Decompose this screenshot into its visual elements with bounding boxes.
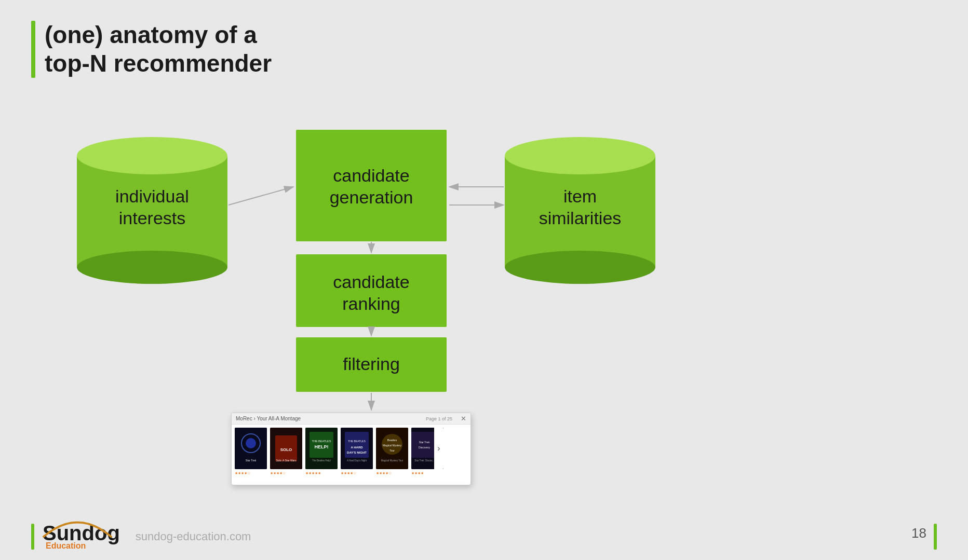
slide: (one) anatomy of a top-N recommender ind… [0, 0, 968, 560]
svg-text:generation: generation [330, 187, 413, 207]
svg-point-28 [246, 438, 256, 448]
svg-text:A Hard Day's Night: A Hard Day's Night [347, 459, 367, 462]
svg-text:A HARD: A HARD [351, 446, 363, 449]
svg-text:SOLO: SOLO [280, 447, 292, 452]
svg-point-7 [505, 137, 655, 174]
movie-thumb: THE BEATLES HELP! The Beatles Help! [305, 428, 338, 469]
svg-line-20 [228, 187, 293, 205]
screenshot-popup: MoRec › Your All-A Montage Page 1 of 25 … [231, 413, 471, 485]
svg-text:Discovery: Discovery [419, 446, 430, 449]
popup-titlebar: MoRec › Your All-A Montage Page 1 of 25 … [232, 413, 470, 425]
movie-thumb: THE BEATLES A HARD DAY'S NIGHT A Hard Da… [341, 428, 373, 469]
logo-sub: Education [46, 541, 86, 551]
svg-text:Beatles: Beatles [387, 439, 397, 442]
svg-text:The Beatles Help!: The Beatles Help! [312, 459, 331, 462]
svg-text:HELP!: HELP! [315, 444, 329, 449]
movie-thumb: Star Trek Discovery Star Trek: Discov...… [411, 428, 443, 469]
svg-text:filtering: filtering [343, 354, 400, 374]
logo-area: Sundog Education [43, 523, 120, 551]
ratings-row: ★★★★☆ ★★★★☆ ★★★★★ ★★★★☆ ★★★★☆ ★★★★ [232, 471, 470, 475]
logo-arc [38, 513, 116, 539]
svg-text:Star Trek: Star Trek [419, 441, 430, 444]
svg-text:Magical Mystery: Magical Mystery [383, 444, 402, 447]
footer: Sundog Education sundog-education.com 18 [0, 513, 968, 560]
movie-thumb: Beatles Magical Mystery Tour Magical Mys… [376, 428, 408, 469]
svg-point-2 [77, 137, 227, 174]
svg-text:Tour: Tour [389, 449, 395, 452]
svg-text:ranking: ranking [342, 294, 400, 313]
popup-movies: Star Trek SOLO Solo: A Star Wars THE BEA… [232, 425, 470, 472]
svg-rect-10 [296, 130, 447, 241]
svg-text:similarities: similarities [539, 208, 622, 228]
svg-text:Star Trek: Discov...: Star Trek: Discov... [414, 459, 434, 462]
svg-text:item: item [563, 186, 597, 206]
footer-right-accent [934, 524, 937, 550]
svg-text:candidate: candidate [333, 166, 409, 185]
svg-text:Magical Mystery Tour: Magical Mystery Tour [381, 459, 404, 462]
movie-thumb: SOLO Solo: A Star Wars [270, 428, 302, 469]
footer-left-accent [31, 524, 34, 550]
svg-text:interests: interests [119, 208, 186, 228]
svg-text:THE BEATLES: THE BEATLES [312, 440, 331, 443]
movie-thumb: Star Trek [235, 428, 267, 469]
close-icon[interactable]: ✕ [461, 415, 466, 422]
svg-text:individual: individual [115, 186, 189, 206]
svg-text:DAY'S NIGHT: DAY'S NIGHT [347, 451, 367, 454]
svg-text:Solo: A Star Wars: Solo: A Star Wars [276, 459, 297, 462]
svg-point-6 [505, 251, 655, 284]
popup-title: MoRec › Your All-A Montage [236, 416, 301, 421]
svg-point-1 [77, 251, 227, 284]
page-number: 18 [911, 525, 926, 541]
footer-url: sundog-education.com [136, 530, 251, 543]
svg-text:candidate: candidate [333, 272, 409, 292]
popup-page: Page 1 of 25 [426, 416, 452, 421]
svg-text:Star Trek: Star Trek [246, 459, 257, 462]
svg-text:THE BEATLES: THE BEATLES [348, 440, 366, 443]
